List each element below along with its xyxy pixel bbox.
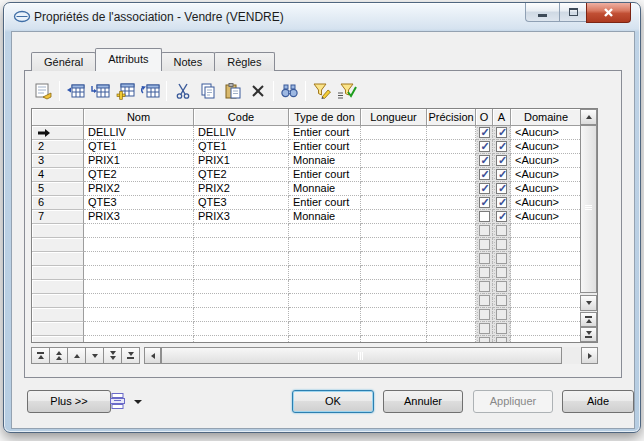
cell-nom[interactable] <box>84 224 194 238</box>
cell-precision[interactable] <box>427 266 476 280</box>
cell-type[interactable] <box>289 238 361 252</box>
cell-precision[interactable] <box>427 308 476 322</box>
mandatory-checkbox[interactable] <box>479 183 490 194</box>
cell-precision[interactable] <box>427 210 476 224</box>
cell-nom[interactable] <box>84 336 194 343</box>
titlebar[interactable]: Propriétés de l'association - Vendre (VE… <box>4 3 640 31</box>
cell-type[interactable]: Monnaie <box>289 210 361 224</box>
displayed-checkbox[interactable] <box>496 169 507 180</box>
row-selector[interactable] <box>32 224 84 238</box>
cell-code[interactable] <box>194 238 289 252</box>
cell-type[interactable] <box>289 336 361 343</box>
header-type[interactable]: Type de don <box>289 109 361 126</box>
cell-nom[interactable] <box>84 322 194 336</box>
cell-nom[interactable]: QTE1 <box>84 140 194 154</box>
cell-precision[interactable] <box>427 322 476 336</box>
cell-precision[interactable] <box>427 238 476 252</box>
cell-longueur[interactable] <box>361 280 427 294</box>
row-selector[interactable] <box>32 294 84 308</box>
cell-precision[interactable] <box>427 168 476 182</box>
cell-domaine[interactable] <box>511 322 582 336</box>
cell-domaine[interactable] <box>511 266 582 280</box>
cell-domaine[interactable] <box>511 336 582 343</box>
mandatory-checkbox[interactable] <box>479 211 490 222</box>
cell-nom[interactable]: PRIX1 <box>84 154 194 168</box>
cell-a[interactable] <box>493 336 511 343</box>
cell-longueur[interactable] <box>361 182 427 196</box>
paste-button[interactable] <box>220 80 245 103</box>
vertical-scroll-thumb[interactable] <box>580 125 597 293</box>
cancel-button[interactable]: Annuler <box>383 390 463 413</box>
header-a[interactable]: A <box>493 109 511 126</box>
cell-longueur[interactable] <box>361 196 427 210</box>
insert-row-button[interactable] <box>63 80 88 103</box>
row-selector[interactable]: 6 <box>32 196 84 210</box>
cell-nom[interactable]: QTE3 <box>84 196 194 210</box>
cell-type[interactable]: Monnaie <box>289 154 361 168</box>
cell-a[interactable] <box>493 294 511 308</box>
cell-o[interactable] <box>476 168 493 182</box>
replace-rows-button[interactable] <box>138 80 163 103</box>
cell-precision[interactable] <box>427 224 476 238</box>
cell-o[interactable] <box>476 154 493 168</box>
cell-a[interactable] <box>493 126 511 140</box>
move-down-button[interactable] <box>85 347 104 364</box>
cell-precision[interactable] <box>427 182 476 196</box>
cut-button[interactable] <box>170 80 195 103</box>
cell-a[interactable] <box>493 140 511 154</box>
create-rows-button[interactable] <box>113 80 138 103</box>
ok-button[interactable]: OK <box>292 390 374 413</box>
cell-longueur[interactable] <box>361 126 427 140</box>
cell-o[interactable] <box>476 224 493 238</box>
cell-domaine[interactable]: <Aucun> <box>511 210 582 224</box>
row-selector[interactable] <box>32 238 84 252</box>
row-selector[interactable] <box>32 322 84 336</box>
filter-apply-button[interactable] <box>334 80 359 103</box>
cell-o[interactable] <box>476 322 493 336</box>
cell-type[interactable]: Monnaie <box>289 182 361 196</box>
cell-o[interactable] <box>476 308 493 322</box>
cell-code[interactable] <box>194 224 289 238</box>
cell-a[interactable] <box>493 238 511 252</box>
cell-code[interactable] <box>194 252 289 266</box>
mandatory-checkbox[interactable] <box>479 141 490 152</box>
cell-o[interactable] <box>476 294 493 308</box>
cell-longueur[interactable] <box>361 308 427 322</box>
property-sheet-menu-icon[interactable] <box>108 392 128 410</box>
cell-nom[interactable] <box>84 308 194 322</box>
mandatory-checkbox[interactable] <box>479 197 490 208</box>
header-code[interactable]: Code <box>194 109 289 126</box>
cell-code[interactable] <box>194 266 289 280</box>
cell-code[interactable]: PRIX3 <box>194 210 289 224</box>
move-up-button[interactable] <box>67 347 86 364</box>
header-selector[interactable] <box>32 109 84 126</box>
header-nom[interactable]: Nom <box>84 109 194 126</box>
cell-code[interactable]: PRIX1 <box>194 154 289 168</box>
move-first-button[interactable] <box>31 347 50 364</box>
cell-code[interactable] <box>194 322 289 336</box>
cell-nom[interactable]: DELLIV <box>84 126 194 140</box>
displayed-checkbox[interactable] <box>496 197 507 208</box>
cell-longueur[interactable] <box>361 294 427 308</box>
cell-a[interactable] <box>493 322 511 336</box>
move-up-many-button[interactable] <box>49 347 68 364</box>
row-selector[interactable] <box>32 280 84 294</box>
cell-type[interactable] <box>289 294 361 308</box>
row-selector[interactable] <box>32 308 84 322</box>
apply-button[interactable]: Appliquer <box>473 390 553 413</box>
cell-nom[interactable] <box>84 280 194 294</box>
cell-nom[interactable]: PRIX2 <box>84 182 194 196</box>
cell-longueur[interactable] <box>361 266 427 280</box>
cell-nom[interactable] <box>84 294 194 308</box>
scroll-page-up-button[interactable] <box>580 312 597 327</box>
cell-domaine[interactable]: <Aucun> <box>511 140 582 154</box>
displayed-checkbox[interactable] <box>496 211 507 222</box>
row-selector[interactable]: 5 <box>32 182 84 196</box>
cell-domaine[interactable] <box>511 280 582 294</box>
cell-o[interactable] <box>476 252 493 266</box>
tab-attributs[interactable]: Attributs <box>95 48 161 71</box>
displayed-checkbox[interactable] <box>496 141 507 152</box>
cell-longueur[interactable] <box>361 238 427 252</box>
filter-edit-button[interactable] <box>309 80 334 103</box>
cell-code[interactable]: PRIX2 <box>194 182 289 196</box>
